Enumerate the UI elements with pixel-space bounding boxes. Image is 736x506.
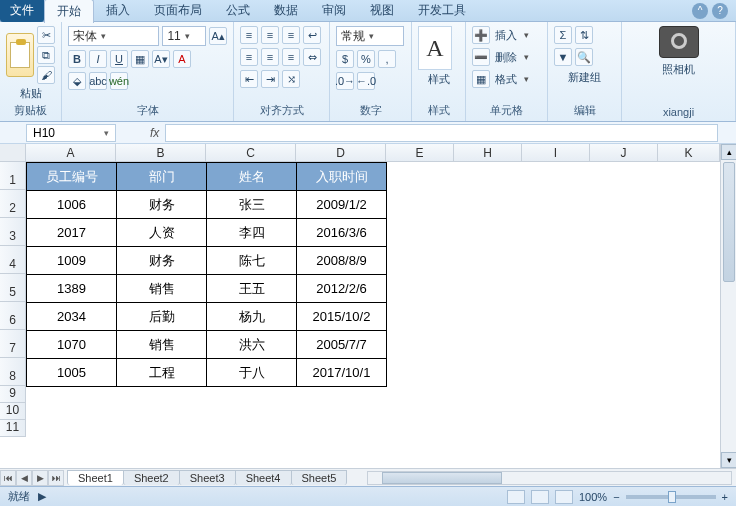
name-box[interactable]: H10▾ [26,124,116,142]
table-cell[interactable]: 1005 [27,359,117,387]
font-color-button[interactable]: A [173,50,191,68]
vertical-scrollbar[interactable]: ▴ ▾ [720,144,736,468]
table-cell[interactable]: 销售 [117,275,207,303]
table-row[interactable]: 1070销售洪六2005/7/7 [27,331,387,359]
table-cell[interactable]: 王五 [207,275,297,303]
row-header-11[interactable]: 11 [0,420,26,437]
view-normal-icon[interactable] [507,490,525,504]
data-table[interactable]: 员工编号部门姓名入职时间1006财务张三2009/1/22017人资李四2016… [26,162,387,387]
table-cell[interactable]: 销售 [117,331,207,359]
sheet-next-icon[interactable]: ▶ [32,470,48,486]
table-cell[interactable]: 2017/10/1 [297,359,387,387]
fx-icon[interactable]: fx [150,126,159,140]
sheet-tab-Sheet4[interactable]: Sheet4 [235,470,292,485]
select-all-corner[interactable] [0,144,26,162]
formula-input[interactable] [165,124,718,142]
sort-icon[interactable]: ⇅ [575,26,593,44]
row-header-2[interactable]: 2 [0,190,26,218]
tab-dev[interactable]: 开发工具 [406,0,478,22]
align-center-icon[interactable]: ≡ [261,48,279,66]
underline-button[interactable]: U [110,50,128,68]
phonetic-button[interactable]: wén [110,72,128,90]
table-cell[interactable]: 后勤 [117,303,207,331]
table-header[interactable]: 部门 [117,163,207,191]
increase-font-icon[interactable]: A▴ [209,27,227,45]
view-layout-icon[interactable] [531,490,549,504]
table-cell[interactable]: 李四 [207,219,297,247]
currency-icon[interactable]: $ [336,50,354,68]
table-header[interactable]: 姓名 [207,163,297,191]
table-header[interactable]: 入职时间 [297,163,387,191]
scroll-thumb[interactable] [723,162,735,282]
font-size-combo[interactable]: 11▾ [162,26,206,46]
align-left-icon[interactable]: ≡ [240,48,258,66]
table-cell[interactable]: 1070 [27,331,117,359]
view-pagebreak-icon[interactable] [555,490,573,504]
horizontal-scrollbar[interactable] [367,471,732,485]
table-cell[interactable]: 1389 [27,275,117,303]
row-header-5[interactable]: 5 [0,274,26,302]
tab-formula[interactable]: 公式 [214,0,262,22]
table-cell[interactable]: 洪六 [207,331,297,359]
tab-data[interactable]: 数据 [262,0,310,22]
align-top-icon[interactable]: ≡ [240,26,258,44]
table-cell[interactable]: 2016/3/6 [297,219,387,247]
table-row[interactable]: 1009财务陈七2008/8/9 [27,247,387,275]
col-header-A[interactable]: A [26,144,116,162]
sheet-tab-Sheet5[interactable]: Sheet5 [291,470,348,485]
indent-dec-icon[interactable]: ⇤ [240,70,258,88]
strikethrough-button[interactable]: abc [89,72,107,90]
col-header-D[interactable]: D [296,144,386,162]
table-cell[interactable]: 陈七 [207,247,297,275]
table-cell[interactable]: 工程 [117,359,207,387]
table-cell[interactable]: 财务 [117,191,207,219]
table-cell[interactable]: 2005/7/7 [297,331,387,359]
row-header-1[interactable]: 1 [0,162,26,190]
comma-icon[interactable]: , [378,50,396,68]
col-header-B[interactable]: B [116,144,206,162]
align-mid-icon[interactable]: ≡ [261,26,279,44]
col-header-J[interactable]: J [590,144,658,162]
paste-button[interactable] [6,33,34,77]
zoom-in-button[interactable]: + [722,491,728,503]
fill-icon[interactable]: ▼ [554,48,572,66]
table-cell[interactable]: 张三 [207,191,297,219]
decrease-font-icon[interactable]: A▾ [152,50,170,68]
table-row[interactable]: 2017人资李四2016/3/6 [27,219,387,247]
table-cell[interactable]: 财务 [117,247,207,275]
sheet-last-icon[interactable]: ⏭ [48,470,64,486]
col-header-K[interactable]: K [658,144,720,162]
tab-view[interactable]: 视图 [358,0,406,22]
sheet-first-icon[interactable]: ⏮ [0,470,16,486]
number-format-combo[interactable]: 常规▾ [336,26,404,46]
minimize-ribbon-icon[interactable]: ^ [692,3,708,19]
col-header-C[interactable]: C [206,144,296,162]
table-cell[interactable]: 2012/2/6 [297,275,387,303]
table-header[interactable]: 员工编号 [27,163,117,191]
macro-record-icon[interactable]: ▶ [38,490,46,503]
autosum-icon[interactable]: Σ [554,26,572,44]
table-cell[interactable]: 2009/1/2 [297,191,387,219]
tab-insert[interactable]: 插入 [94,0,142,22]
delete-cells-button[interactable]: ➖删除▾ [472,48,541,66]
border-button[interactable]: ▦ [131,50,149,68]
table-row[interactable]: 1005工程于八2017/10/1 [27,359,387,387]
copy-icon[interactable]: ⧉ [37,46,55,64]
insert-cells-button[interactable]: ➕插入▾ [472,26,541,44]
scroll-up-icon[interactable]: ▴ [721,144,736,160]
row-header-4[interactable]: 4 [0,246,26,274]
spreadsheet-grid[interactable]: ABCDEHIJK 1234567891011 员工编号部门姓名入职时间1006… [0,144,736,468]
sheet-prev-icon[interactable]: ◀ [16,470,32,486]
sheet-tab-Sheet1[interactable]: Sheet1 [67,470,124,485]
table-cell[interactable]: 2017 [27,219,117,247]
table-cell[interactable]: 2015/10/2 [297,303,387,331]
tab-home[interactable]: 开始 [44,0,94,23]
table-row[interactable]: 2034后勤杨九2015/10/2 [27,303,387,331]
decrease-decimal-icon[interactable]: ←.0 [357,72,375,90]
orientation-icon[interactable]: ⤭ [282,70,300,88]
percent-icon[interactable]: % [357,50,375,68]
hscroll-thumb[interactable] [382,472,502,484]
new-group-button[interactable]: 新建组 [554,70,615,85]
find-icon[interactable]: 🔍 [575,48,593,66]
format-cells-button[interactable]: ▦格式▾ [472,70,541,88]
